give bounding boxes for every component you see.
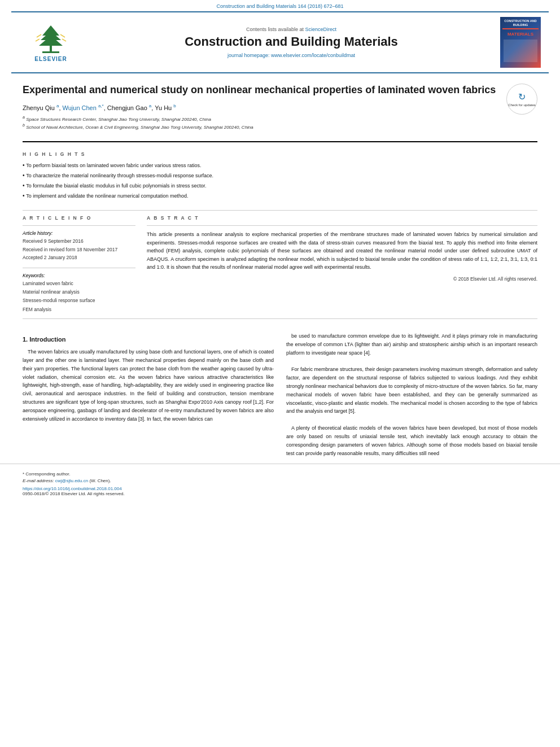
highlights-list: To perform biaxial tests on laminated wo… [23,160,537,201]
highlight-item: To characterize the material nonlinearit… [23,171,537,181]
article-history: Article history: Received 9 September 20… [23,230,135,261]
body-divider [23,318,537,319]
author-zhenyu: Zhenyu Qiu [23,104,55,111]
body-col-right: be used to manufacture common envelope d… [286,332,537,458]
svg-line-7 [60,34,65,37]
info-abstract-section: A R T I C L E I N F O Article history: R… [23,215,537,314]
intro-para-3: For fabric membrane structures, their de… [286,365,537,416]
abstract-section: This article presents a nonlinear analys… [147,230,537,283]
svg-line-8 [62,39,66,41]
journal-cover-block: Construction and Building MATERIALS [498,17,543,68]
svg-line-5 [37,34,41,37]
article-content: Experimental and numerical study on nonl… [0,73,560,458]
affiliations: a Space Structures Research Center, Shan… [23,115,498,131]
doi-line: Construction and Building Materials 164 … [0,0,560,11]
elsevier-logo-block: ELSEVIER [17,17,85,68]
footer-issn: 0950-0618/© 2018 Elsevier Ltd. All right… [23,491,537,496]
abstract-label: A B S T R A C T [147,215,537,221]
intro-heading: 1. Introduction [23,334,274,344]
abstract-text: This article presents a nonlinear analys… [147,230,537,271]
highlights-label: H I G H L I G H T S [23,151,537,157]
footer-note: * Corresponding author. E-mail address: … [23,471,537,484]
elsevier-tree-icon [31,23,71,54]
journal-title: Construction and Building Materials [185,34,398,49]
author-wujun: Wujun Chen [63,104,97,111]
journal-info-center: Contents lists available at ScienceDirec… [85,17,498,68]
intro-para-1: The woven fabrics are usually manufactur… [23,348,274,423]
abstract-col: A B S T R A C T This article presents a … [147,215,537,314]
highlight-item: To implement and validate the nonlinear … [23,191,537,201]
svg-line-6 [36,39,40,41]
highlight-item: To perform biaxial tests on laminated wo… [23,160,537,171]
svg-marker-4 [39,36,63,46]
body-col-left: 1. Introduction The woven fabrics are us… [23,332,274,458]
copyright: © 2018 Elsevier Ltd. All rights reserved… [147,276,537,283]
doi-text: Construction and Building Materials 164 … [216,3,343,9]
footer-doi: https://doi.org/10.1016/j.conbuildmat.20… [23,486,537,491]
body-content: 1. Introduction The woven fabrics are us… [23,324,537,458]
body-two-col: 1. Introduction The woven fabrics are us… [23,332,537,458]
article-info-col: A R T I C L E I N F O Article history: R… [23,215,135,314]
page: Construction and Building Materials 164 … [0,0,560,747]
svg-rect-1 [42,51,59,53]
authors-line: Zhenyu Qiu a, Wujun Chen a,*, Chengjun G… [23,103,498,111]
title-divider [23,141,537,142]
highlights-section: H I G H L I G H T S To perform biaxial t… [23,147,537,206]
journal-banner: ELSEVIER Contents lists available at Sci… [11,11,549,73]
article-title: Experimental and numerical study on nonl… [23,84,498,97]
author-chengjun: Chengjun Gao [107,104,147,111]
article-info-label: A R T I C L E I N F O [23,215,135,221]
elsevier-label: ELSEVIER [34,56,67,62]
intro-para-2: be used to manufacture common envelope d… [286,332,537,357]
author-yuhu: Yu Hu [155,104,172,111]
intro-para-4: A plenty of theoretical elastic models o… [286,424,537,457]
article-header: Experimental and numerical study on nonl… [23,73,537,137]
check-updates-badge: ↻ Check for updates [506,84,537,115]
sciencedirect-line: Contents lists available at ScienceDirec… [246,27,336,32]
journal-cover: Construction and Building MATERIALS [500,17,541,68]
article-title-block: Experimental and numerical study on nonl… [23,84,506,131]
keywords-divider [23,268,135,268]
check-updates-icon: ↻ [518,91,526,102]
highlights-divider [23,210,537,211]
info-divider [23,225,135,226]
journal-homepage: journal homepage: www.elsevier.com/locat… [228,53,355,58]
keywords-section: Keywords: Laminated woven fabric Materia… [23,273,135,314]
highlight-item: To formulate the biaxial elastic modulus… [23,181,537,191]
footer: * Corresponding author. E-mail address: … [0,464,560,500]
abstract-divider [147,225,537,226]
